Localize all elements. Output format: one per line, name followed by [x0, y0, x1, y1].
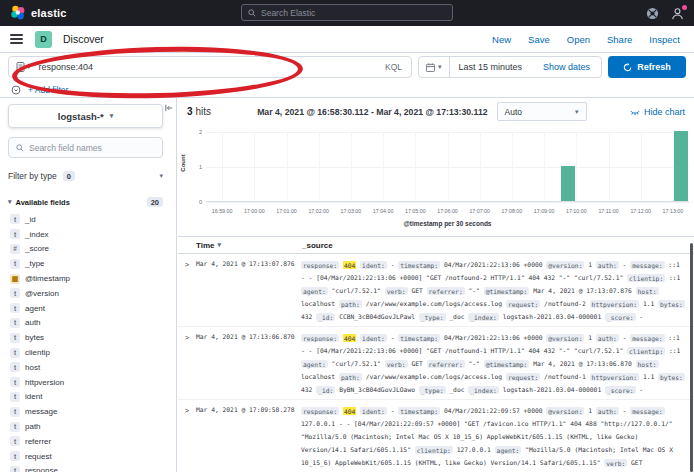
source-field-chip: clientip:: [627, 347, 665, 355]
field-item-request[interactable]: trequest: [0, 449, 176, 464]
source-field-chip: _id:: [316, 386, 335, 394]
field-item-ident[interactable]: tident: [0, 390, 176, 405]
source-field-chip: verb:: [604, 459, 627, 467]
help-icon[interactable]: [646, 7, 659, 20]
gridline: [576, 132, 577, 201]
source-column-header: _source: [302, 241, 333, 250]
chart-plot-area[interactable]: [206, 132, 689, 202]
source-field-chip: verb:: [385, 287, 408, 295]
field-item-id[interactable]: t_id: [0, 212, 176, 227]
source-field-value: _doc: [449, 313, 464, 320]
row-time: Mar 4, 2021 @ 17:13:07.876: [196, 258, 301, 323]
field-item-clientip[interactable]: tclientip: [0, 345, 176, 360]
kql-language-button[interactable]: KQL: [376, 62, 411, 72]
show-dates-button[interactable]: Show dates: [543, 62, 601, 72]
time-range-value[interactable]: Last 15 minutes: [459, 62, 523, 72]
source-field-value: ::1: [669, 347, 680, 354]
save-button[interactable]: Save: [528, 34, 550, 45]
page-title: Discover: [63, 33, 104, 45]
menu-icon[interactable]: [10, 34, 23, 44]
gridline: [206, 202, 689, 203]
calendar-menu-button[interactable]: ▾: [419, 57, 450, 77]
field-item-message[interactable]: tmessage: [0, 404, 176, 419]
query-text[interactable]: response:404: [39, 62, 376, 72]
field-item-timestamp[interactable]: ▦@timestamp: [0, 271, 176, 286]
field-item-type[interactable]: t_type: [0, 256, 176, 271]
string-field-icon: t: [10, 407, 20, 417]
x-tick-label: 17:11:00: [598, 208, 618, 214]
field-item-response[interactable]: tresponse: [0, 464, 176, 472]
field-item-httpversion[interactable]: thttpversion: [0, 375, 176, 390]
field-item-bytes[interactable]: tbytes: [0, 330, 176, 345]
user-avatar[interactable]: [671, 7, 684, 20]
source-field-value: 432: [301, 386, 312, 393]
field-item-agent[interactable]: tagent: [0, 301, 176, 316]
discover-app-badge[interactable]: D: [35, 31, 52, 48]
global-search-input[interactable]: Search Elastic: [241, 4, 453, 21]
search-icon: [16, 144, 24, 152]
new-button[interactable]: New: [492, 34, 511, 45]
field-item-auth[interactable]: tauth: [0, 316, 176, 331]
histogram-bar-17:13:00[interactable]: [674, 131, 688, 201]
source-field-chip: @version:: [546, 261, 584, 269]
expand-row-icon[interactable]: >: [178, 258, 196, 323]
expand-row-icon[interactable]: >: [178, 404, 196, 469]
hide-chart-button[interactable]: Hide chart: [630, 107, 685, 117]
source-field-value: CCBN_3cB04dGovJLPawl: [339, 313, 415, 320]
source-field-chip: clientip:: [627, 274, 665, 282]
field-item-referrer[interactable]: treferrer: [0, 434, 176, 449]
source-field-chip: path:: [339, 373, 362, 381]
calendar-icon: [426, 63, 435, 72]
histogram-bar-17:09:30[interactable]: [561, 166, 575, 201]
expand-row-icon[interactable]: >: [178, 331, 196, 396]
notification-dot: [682, 5, 687, 10]
elastic-logo[interactable]: elastic: [10, 5, 67, 21]
field-name: response: [25, 466, 58, 472]
field-item-path[interactable]: tpath: [0, 419, 176, 434]
source-field-value: -: [639, 313, 643, 320]
table-header-row: Time ▾ _source: [178, 237, 694, 254]
inspect-button[interactable]: Inspect: [649, 34, 680, 45]
x-tick-label: 17:03:00: [341, 208, 362, 214]
app-bar: D Discover New Save Open Share Inspect: [0, 26, 694, 53]
refresh-button[interactable]: Refresh: [608, 56, 686, 78]
available-fields-label: Available fields: [16, 198, 70, 207]
field-item-version[interactable]: t@version: [0, 286, 176, 301]
hits-count: 3: [187, 106, 193, 117]
field-search-input[interactable]: Search field names: [8, 137, 163, 158]
source-field-chip: @version:: [546, 334, 584, 342]
string-field-icon: t: [10, 288, 20, 298]
time-column-header[interactable]: Time ▾: [196, 241, 301, 250]
collapse-sidebar-icon[interactable]: [165, 104, 173, 112]
source-field-value: -: [391, 407, 395, 414]
field-name: request: [25, 452, 52, 461]
table-row: >Mar 4, 2021 @ 17:09:58.278response: 404…: [178, 400, 694, 472]
source-field-value: ::1: [669, 274, 680, 281]
source-field-value: /var/www/example.com/logs/access.log: [366, 373, 502, 380]
eye-closed-icon: [630, 107, 640, 117]
vertical-scrollbar[interactable]: [690, 243, 693, 472]
available-fields-header[interactable]: ▾ Available fields 20: [8, 197, 163, 207]
interval-select[interactable]: Auto ▾: [497, 102, 587, 121]
query-input[interactable]: ▾ response:404 KQL: [8, 56, 412, 78]
filter-options-icon[interactable]: [11, 85, 21, 95]
saved-query-menu-button[interactable]: ▾: [9, 62, 36, 72]
string-field-icon: t: [10, 333, 20, 343]
source-field-chip: message:: [630, 261, 664, 269]
source-field-value: _doc: [449, 386, 464, 393]
field-item-score[interactable]: #_score: [0, 242, 176, 257]
index-pattern-selector[interactable]: logstash-* ▾: [8, 104, 163, 128]
x-tick-label: 17:00:00: [244, 208, 265, 214]
field-item-index[interactable]: t_index: [0, 227, 176, 242]
x-tick-label: 17:04:00: [373, 208, 394, 214]
source-field-chip: @version:: [546, 407, 584, 415]
source-field-chip: agent:: [301, 360, 328, 368]
open-button[interactable]: Open: [567, 34, 590, 45]
add-filter-button[interactable]: + Add filter: [28, 85, 68, 95]
field-item-host[interactable]: thost: [0, 360, 176, 375]
source-field-chip: httpversion:: [590, 373, 640, 381]
filter-by-type-button[interactable]: Filter by type 0 ▾: [8, 167, 163, 185]
share-button[interactable]: Share: [607, 34, 632, 45]
x-tick-label: 17:13:00: [663, 208, 684, 214]
field-name: @timestamp: [25, 274, 70, 283]
